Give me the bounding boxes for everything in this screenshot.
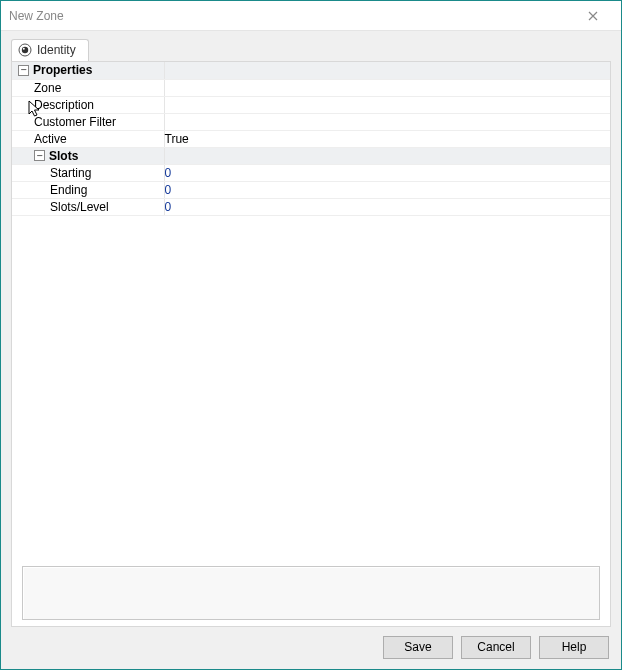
property-grid: Properties Zone Description Customer Fil…: [12, 62, 610, 566]
expand-icon[interactable]: [34, 150, 45, 161]
row-zone[interactable]: Zone: [12, 79, 610, 96]
tab-identity[interactable]: Identity: [11, 39, 89, 61]
tab-identity-label: Identity: [37, 43, 76, 57]
help-button[interactable]: Help: [539, 636, 609, 659]
value-ending[interactable]: 0: [165, 183, 172, 197]
value-slots-level[interactable]: 0: [165, 200, 172, 214]
value-starting[interactable]: 0: [165, 166, 172, 180]
window-title: New Zone: [9, 9, 573, 23]
row-active[interactable]: Active True: [12, 130, 610, 147]
row-customer-filter[interactable]: Customer Filter: [12, 113, 610, 130]
label-starting: Starting: [50, 166, 91, 180]
label-active: Active: [34, 132, 67, 146]
close-button[interactable]: [573, 2, 613, 30]
section-slots: Slots: [12, 147, 610, 164]
row-slots-level[interactable]: Slots/Level 0: [12, 198, 610, 215]
tab-bar: Identity: [1, 31, 621, 61]
label-zone: Zone: [34, 81, 61, 95]
value-active[interactable]: True: [165, 132, 189, 146]
description-panel: [22, 566, 600, 620]
label-slots-level: Slots/Level: [50, 200, 109, 214]
svg-point-1: [22, 47, 28, 53]
save-button[interactable]: Save: [383, 636, 453, 659]
label-ending: Ending: [50, 183, 87, 197]
label-customer-filter: Customer Filter: [34, 115, 116, 129]
identity-icon: [18, 43, 32, 57]
section-properties-title: Properties: [33, 63, 92, 77]
cancel-button[interactable]: Cancel: [461, 636, 531, 659]
section-slots-title: Slots: [49, 149, 78, 163]
content-panel: Properties Zone Description Customer Fil…: [11, 61, 611, 627]
row-ending[interactable]: Ending 0: [12, 181, 610, 198]
titlebar: New Zone: [1, 1, 621, 31]
label-description: Description: [34, 98, 94, 112]
close-icon: [588, 8, 598, 24]
row-starting[interactable]: Starting 0: [12, 164, 610, 181]
svg-point-2: [23, 48, 25, 50]
row-description[interactable]: Description: [12, 96, 610, 113]
section-properties: Properties: [12, 62, 610, 79]
expand-icon[interactable]: [18, 65, 29, 76]
dialog-button-row: Save Cancel Help: [1, 633, 621, 669]
window-new-zone: New Zone Identity: [0, 0, 622, 670]
